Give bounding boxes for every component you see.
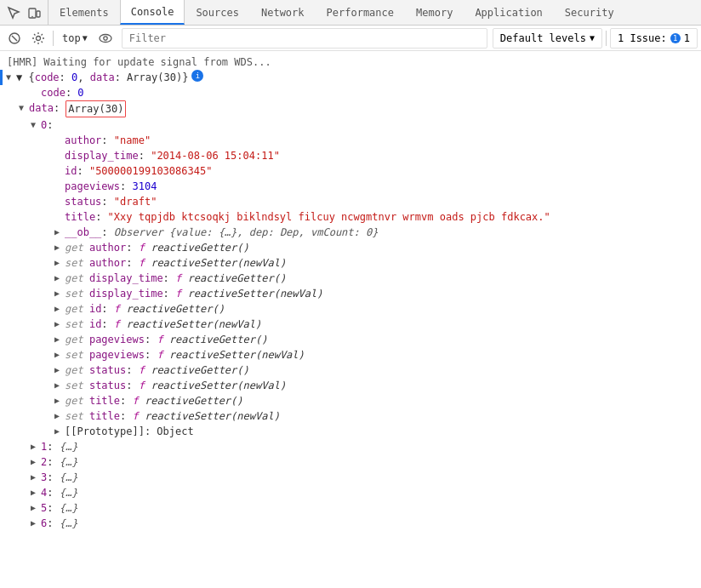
get-title-line[interactable]: get title: f reactiveGetter() <box>0 393 701 408</box>
set-id-line[interactable]: set id: f reactiveSetter(newVal) <box>0 317 701 332</box>
tab-security[interactable]: Security <box>554 0 625 25</box>
tab-memory[interactable]: Memory <box>405 0 464 25</box>
get-display-time-line[interactable]: get display_time: f reactiveGetter() <box>0 271 701 286</box>
set-title-toggle[interactable] <box>54 408 65 419</box>
settings-btn[interactable] <box>27 28 49 49</box>
list-item[interactable]: 4: {…} <box>0 485 701 500</box>
data-toggle[interactable] <box>19 100 29 111</box>
list-item[interactable]: 3: {…} <box>0 470 701 485</box>
tab-network[interactable]: Network <box>250 0 316 25</box>
set-author-line[interactable]: set author: f reactiveSetter(newVal) <box>0 255 701 271</box>
device-icon[interactable] <box>26 4 43 21</box>
set-pageviews-line[interactable]: set pageviews: f reactiveSetter(newVal) <box>0 347 701 363</box>
get-status-toggle[interactable] <box>54 363 65 373</box>
list-item[interactable]: 1: {…} <box>0 439 701 454</box>
array-value: Array(30) <box>66 100 126 117</box>
tab-elements[interactable]: Elements <box>48 0 120 25</box>
root-object-line[interactable]: ▼ {code: 0, data: Array(30)} i <box>0 70 701 85</box>
get-author-line[interactable]: get author: f reactiveGetter() <box>0 240 701 255</box>
set-pageviews-toggle[interactable] <box>54 347 65 357</box>
hmr-message: [HMR] Waiting for update signal from WDS… <box>0 54 701 70</box>
prototype-line[interactable]: [[Prototype]]: Object <box>0 424 701 439</box>
set-status-line[interactable]: set status: f reactiveSetter(newVal) <box>0 378 701 393</box>
id-line: id: "500000199103086345" <box>0 163 701 179</box>
tab-application[interactable]: Application <box>464 0 553 25</box>
index-0-line[interactable]: 0: <box>0 117 701 133</box>
issue-icon: 1 <box>670 33 681 43</box>
ob-line[interactable]: __ob__: Observer {value: {…}, dep: Dep, … <box>0 225 701 240</box>
data-array-line[interactable]: data: Array(30) <box>0 100 701 117</box>
get-pageviews-toggle[interactable] <box>54 332 65 342</box>
tab-performance[interactable]: Performance <box>316 0 405 25</box>
svg-point-5 <box>37 36 41 40</box>
tab-bar: Elements Console Sources Network Perform… <box>0 0 701 26</box>
inspect-icon[interactable] <box>5 4 22 21</box>
title-line: title: "Xxy tqpjdb ktcsoqkj biklndsyl fi… <box>0 209 701 225</box>
tab-sources[interactable]: Sources <box>185 0 250 25</box>
set-author-toggle[interactable] <box>54 255 65 265</box>
root-toggle[interactable] <box>6 70 16 80</box>
context-selector[interactable]: top ▼ <box>57 28 93 49</box>
svg-point-6 <box>100 34 111 42</box>
set-status-toggle[interactable] <box>54 378 65 388</box>
code-line: code: 0 <box>0 85 701 100</box>
console-output: [HMR] Waiting for update signal from WDS… <box>0 51 701 587</box>
issue-badge-btn[interactable]: 1 Issue: 1 1 <box>610 28 698 49</box>
list-item[interactable]: 5: {…} <box>0 500 701 516</box>
set-display-time-line[interactable]: set display_time: f reactiveSetter(newVa… <box>0 286 701 301</box>
toolbar-divider-1 <box>53 31 54 46</box>
index-0-toggle[interactable] <box>31 117 41 128</box>
filter-input[interactable] <box>122 28 487 49</box>
get-pageviews-line[interactable]: get pageviews: f reactiveGetter() <box>0 332 701 347</box>
set-id-toggle[interactable] <box>54 317 65 327</box>
tab-bar-icons <box>0 0 48 25</box>
status-line: status: "draft" <box>0 194 701 209</box>
svg-point-2 <box>31 15 33 17</box>
get-id-toggle[interactable] <box>54 301 65 311</box>
list-item[interactable]: 2: {…} <box>0 454 701 470</box>
tab-console[interactable]: Console <box>120 0 185 25</box>
author-line: author: "name" <box>0 133 701 148</box>
ob-toggle[interactable] <box>54 225 65 235</box>
get-id-line[interactable]: get id: f reactiveGetter() <box>0 301 701 317</box>
clear-console-btn[interactable] <box>3 28 26 49</box>
prototype-toggle[interactable] <box>54 424 65 434</box>
get-author-toggle[interactable] <box>54 240 65 250</box>
get-display-time-toggle[interactable] <box>54 271 65 281</box>
pageviews-line: pageviews: 3104 <box>0 179 701 194</box>
toolbar-divider-2 <box>606 31 607 46</box>
display-time-line: display_time: "2014-08-06 15:04:11" <box>0 148 701 163</box>
get-title-toggle[interactable] <box>54 393 65 403</box>
console-toolbar: top ▼ Default levels ▼ 1 Issue: 1 1 <box>0 26 701 51</box>
set-title-line[interactable]: set title: f reactiveSetter(newVal) <box>0 408 701 424</box>
set-display-time-toggle[interactable] <box>54 286 65 296</box>
eye-btn[interactable] <box>94 28 117 49</box>
svg-line-4 <box>12 36 17 41</box>
default-levels-btn[interactable]: Default levels ▼ <box>493 28 602 49</box>
info-icon[interactable]: i <box>191 70 203 82</box>
list-item[interactable]: 6: {…} <box>0 516 701 531</box>
svg-rect-1 <box>37 11 40 17</box>
get-status-line[interactable]: get status: f reactiveGetter() <box>0 363 701 378</box>
svg-point-7 <box>104 36 107 39</box>
